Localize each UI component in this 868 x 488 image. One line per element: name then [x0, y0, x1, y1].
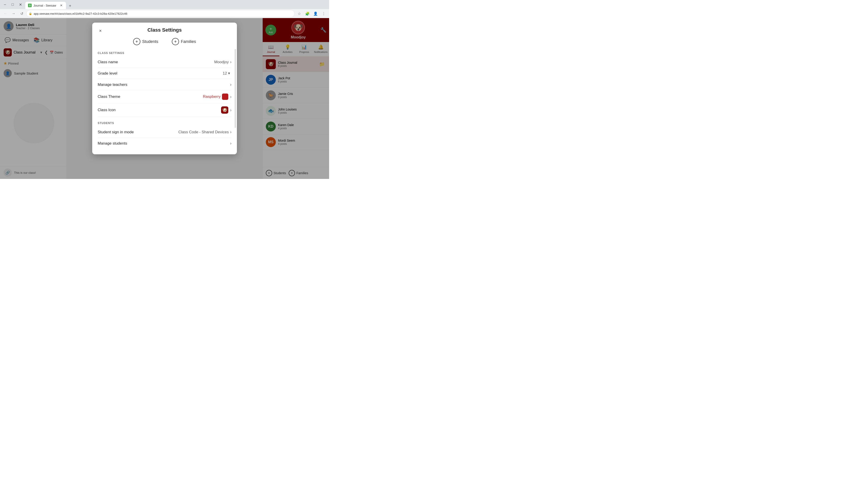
class-theme-swatch	[222, 94, 228, 100]
maximize-button[interactable]: □	[9, 1, 16, 8]
class-settings-section-header: CLASS SETTINGS	[98, 52, 231, 55]
new-tab-button[interactable]: +	[67, 3, 73, 9]
class-theme-value: Raspberry	[203, 94, 221, 99]
active-tab[interactable]: S Journal - Seesaw ✕	[25, 2, 66, 9]
modal-close-button[interactable]: ×	[97, 27, 104, 34]
class-icon-arrow: ›	[230, 108, 231, 112]
grade-level-row[interactable]: Grade level 12 ▾	[98, 68, 231, 79]
add-families-button[interactable]: + Families	[172, 38, 196, 45]
app-container: 👤 Lauren Deli Teacher · 2 Classes 💬 Mess…	[0, 18, 329, 179]
url-text: app.seesaw.me/#/class/class.e01bf4c2-9a2…	[34, 12, 127, 15]
grade-level-value: 12 ▾	[223, 71, 230, 76]
class-theme-arrow: ›	[230, 94, 231, 99]
grade-level-label: Grade level	[98, 71, 223, 76]
modal-action-row: + Students + Families	[92, 36, 237, 49]
manage-teachers-label: Manage teachers	[98, 83, 230, 87]
modal-title: Class Settings	[147, 27, 182, 33]
student-sign-in-value: Class Code - Shared Devices	[178, 130, 229, 134]
student-sign-in-arrow: ›	[230, 130, 231, 134]
back-button[interactable]: ←	[2, 10, 9, 17]
menu-button[interactable]: ⋮	[320, 10, 327, 17]
add-students-icon: +	[133, 38, 141, 45]
modal-header: × Class Settings	[92, 23, 237, 36]
tab-close-button[interactable]: ✕	[59, 3, 63, 7]
bookmark-button[interactable]: ☆	[296, 10, 303, 17]
profile-button[interactable]: 👤	[312, 10, 319, 17]
class-icon-label: Class Icon	[98, 108, 221, 112]
manage-teachers-row[interactable]: Manage teachers ›	[98, 79, 231, 90]
class-name-arrow: ›	[230, 60, 231, 64]
url-bar[interactable]: 🔒 app.seesaw.me/#/class/class.e01bf4c2-9…	[26, 10, 295, 17]
window-controls[interactable]: – □ ✕	[2, 1, 24, 8]
class-theme-row[interactable]: Class Theme Raspberry ›	[98, 90, 231, 103]
class-name-row[interactable]: Class name Moodjoy ›	[98, 57, 231, 68]
browser-titlebar: – □ ✕ S Journal - Seesaw ✕ +	[0, 0, 329, 9]
class-name-label: Class name	[98, 60, 214, 64]
reload-button[interactable]: ↺	[18, 10, 25, 17]
extensions-button[interactable]: 🧩	[304, 10, 311, 17]
tab-title: Journal - Seesaw	[33, 4, 56, 7]
class-theme-label: Class Theme	[98, 94, 203, 99]
class-icon-preview: 🐶	[221, 106, 228, 113]
browser-chrome: – □ ✕ S Journal - Seesaw ✕ + ← → ↺ 🔒 app…	[0, 0, 329, 18]
tab-favicon: S	[28, 4, 32, 7]
add-students-label: Students	[142, 39, 158, 44]
minimize-button[interactable]: –	[2, 1, 8, 8]
class-name-value: Moodjoy	[214, 60, 229, 64]
manage-students-row[interactable]: Manage students ›	[98, 138, 231, 149]
lock-icon: 🔒	[29, 12, 32, 15]
manage-students-arrow: ›	[230, 141, 231, 146]
student-sign-in-row[interactable]: Student sign in mode Class Code - Shared…	[98, 127, 231, 138]
class-settings-modal: × Class Settings + Students + Families C…	[92, 23, 237, 154]
modal-scrollbar[interactable]	[235, 49, 236, 128]
manage-students-label: Manage students	[98, 141, 230, 146]
add-students-button[interactable]: + Students	[133, 38, 158, 45]
class-icon-row[interactable]: Class Icon 🐶 ›	[98, 103, 231, 117]
add-families-label: Families	[181, 39, 196, 44]
students-section-header: STUDENTS	[98, 122, 231, 125]
modal-overlay: × Class Settings + Students + Families C…	[0, 18, 329, 179]
browser-actions: ☆ 🧩 👤 ⋮	[296, 10, 327, 17]
student-sign-in-label: Student sign in mode	[98, 130, 178, 134]
close-button[interactable]: ✕	[17, 1, 24, 8]
add-families-icon: +	[172, 38, 179, 45]
address-bar: ← → ↺ 🔒 app.seesaw.me/#/class/class.e01b…	[0, 9, 329, 18]
manage-teachers-arrow: ›	[230, 82, 231, 87]
forward-button[interactable]: →	[10, 10, 17, 17]
modal-content: CLASS SETTINGS Class name Moodjoy › Grad…	[92, 49, 237, 154]
